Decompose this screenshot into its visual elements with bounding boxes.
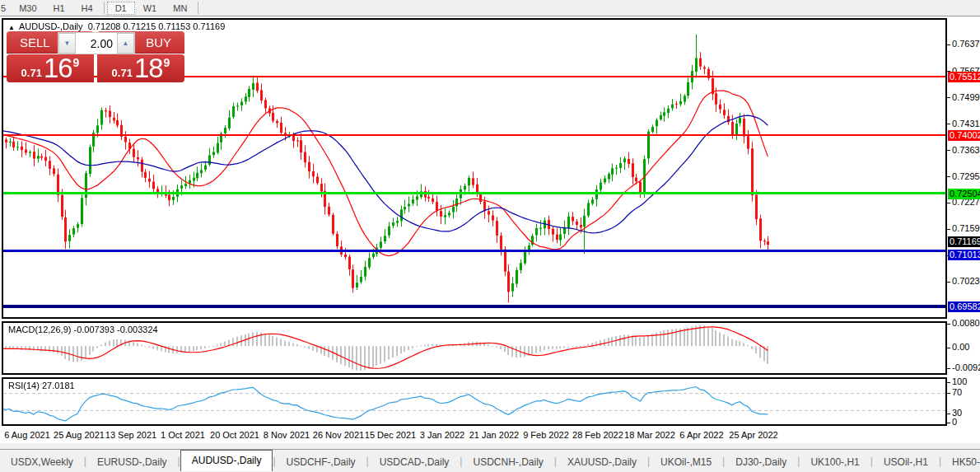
price-badge: 0.75512 bbox=[948, 72, 980, 82]
chevron-down-icon: ▼ bbox=[64, 40, 71, 47]
date-tick-label: 6 Apr 2022 bbox=[679, 430, 723, 440]
chart-tab-hk50h1[interactable]: HK50-,H1 bbox=[941, 453, 980, 471]
tick-dash bbox=[947, 414, 950, 414]
date-tick-label: 25 Aug 2021 bbox=[54, 430, 105, 440]
price-badge: 0.71013 bbox=[948, 250, 980, 260]
date-tick-label: 20 Oct 2021 bbox=[210, 430, 259, 440]
date-tick-label: 13 Sep 2021 bbox=[105, 430, 156, 440]
chevron-up-icon: ▲ bbox=[123, 40, 129, 47]
macd-axis-label: 0.008061 bbox=[947, 318, 980, 328]
chart-tab-xauusddaily[interactable]: XAUUSD-,Daily bbox=[557, 453, 647, 471]
chart-tab-ukoilm15[interactable]: UKOil-,M15 bbox=[650, 453, 722, 471]
buy-button-label: BUY bbox=[146, 35, 171, 49]
date-tick-label: 25 Apr 2022 bbox=[729, 430, 777, 440]
price-tick-label: 0.70230 bbox=[947, 276, 980, 286]
sell-price-base: 0.71 bbox=[21, 67, 42, 79]
timeframe-button-h1[interactable]: H1 bbox=[45, 2, 73, 15]
trading-platform-window: 5M30H1H4D1W1MN ▲AUDUSD-,Daily 0.71208 0.… bbox=[0, 0, 980, 472]
date-tick-label: 18 Mar 2022 bbox=[624, 430, 675, 440]
chart-ohlc-values: 0.71208 0.71215 0.71153 0.71169 bbox=[88, 21, 226, 31]
macd-label: MACD(12,26,9) -0.007393 -0.003324 bbox=[8, 325, 158, 334]
rsi-pane: RSI(14) 27.0181 bbox=[2, 377, 947, 426]
timeframe-button-5[interactable]: 5 bbox=[0, 2, 11, 15]
macd-axis-label: -0.009288 bbox=[947, 362, 980, 372]
tick-dash bbox=[947, 282, 950, 283]
buy-price-display[interactable]: 0.71 18 9 bbox=[97, 54, 184, 82]
price-tick-label: 0.76370 bbox=[947, 39, 980, 49]
price-badge: 0.72504 bbox=[948, 189, 980, 199]
support-resistance-line[interactable] bbox=[3, 250, 945, 252]
price-tick-label: 0.72950 bbox=[947, 171, 980, 181]
date-tick-label: 9 Feb 2022 bbox=[523, 430, 569, 440]
tick-dash bbox=[947, 44, 950, 45]
chart-title: ▲AUDUSD-,Daily 0.71208 0.71215 0.71153 0… bbox=[8, 21, 225, 31]
price-badge: 0.71169 bbox=[948, 236, 980, 247]
chart-tab-audusddaily[interactable]: AUDUSD-,Daily bbox=[180, 450, 273, 471]
tick-dash bbox=[947, 348, 950, 348]
support-resistance-line[interactable] bbox=[3, 134, 945, 136]
tick-dash bbox=[947, 423, 950, 423]
tick-dash bbox=[947, 150, 950, 151]
rsi-axis-label: 100 bbox=[947, 376, 980, 386]
buy-price-base: 0.71 bbox=[112, 67, 133, 79]
price-badge: 0.69582 bbox=[948, 301, 980, 312]
date-tick-label: 26 Nov 2021 bbox=[313, 430, 364, 440]
rsi-label: RSI(14) 27.0181 bbox=[8, 381, 75, 390]
price-badge: 0.74002 bbox=[948, 130, 980, 141]
tick-dash bbox=[947, 124, 950, 124]
date-tick-label: 1 Oct 2021 bbox=[161, 430, 205, 440]
tick-dash bbox=[947, 203, 950, 203]
collapse-panel-icon[interactable]: ▲ bbox=[8, 24, 15, 31]
volume-increase-button[interactable]: ▲ bbox=[117, 33, 134, 54]
rsi-canvas[interactable] bbox=[3, 379, 945, 424]
chart-tab-usdxweekly[interactable]: USDX,Weekly bbox=[0, 453, 84, 471]
date-tick-label: 6 Aug 2021 bbox=[4, 430, 50, 440]
tick-dash bbox=[947, 393, 950, 394]
rsi-axis-label: 0 bbox=[947, 417, 980, 427]
date-tick-label: 15 Dec 2021 bbox=[365, 430, 416, 440]
date-tick-label: 28 Feb 2022 bbox=[572, 430, 623, 440]
chart-tabbar-area: USDX,Weekly|EURUSD-,Daily|AUDUSD-,Daily|… bbox=[0, 443, 980, 472]
price-tick-label: 0.73630 bbox=[947, 145, 980, 155]
volume-input[interactable]: 2.00 bbox=[76, 33, 117, 54]
chart-tab-dj30daily[interactable]: DJ30-,Daily bbox=[725, 453, 797, 471]
tick-dash bbox=[947, 97, 950, 98]
timeframe-button-mn[interactable]: MN bbox=[165, 2, 195, 15]
price-tick-label: 0.74990 bbox=[947, 92, 980, 102]
date-axis: 6 Aug 202125 Aug 202113 Sep 20211 Oct 20… bbox=[2, 428, 947, 443]
tick-dash bbox=[947, 324, 950, 325]
macd-pane: MACD(12,26,9) -0.007393 -0.003324 bbox=[2, 321, 947, 375]
chart-tab-usdchfdaily[interactable]: USDCHF-,Daily bbox=[276, 453, 366, 471]
sell-price-display[interactable]: 0.71 16 9 bbox=[7, 54, 94, 82]
chart-tab-uk100h1[interactable]: UK100-,H1 bbox=[800, 453, 870, 471]
timeframe-button-w1[interactable]: W1 bbox=[135, 2, 166, 15]
sell-price-pipette: 9 bbox=[73, 56, 80, 69]
rsi-axis-label: 70 bbox=[947, 387, 980, 397]
one-click-trade-panel: SELL 0.71 16 9 BUY 0.71 18 9 ▼ 2.00 ▲ bbox=[7, 31, 184, 82]
buy-price-pips: 18 bbox=[134, 53, 163, 84]
chart-tab-usoilh1[interactable]: USOil-,H1 bbox=[873, 453, 939, 471]
chart-tab-usdcnhdaily[interactable]: USDCNH-,Daily bbox=[462, 453, 553, 471]
toolbar-separator bbox=[198, 2, 198, 14]
support-resistance-line[interactable] bbox=[3, 305, 945, 308]
date-tick-label: 3 Jan 2022 bbox=[420, 430, 464, 440]
chart-tabbar: USDX,Weekly|EURUSD-,Daily|AUDUSD-,Daily|… bbox=[0, 449, 980, 471]
timeframe-toolbar: 5M30H1H4D1W1MN bbox=[0, 0, 980, 16]
price-axis: 0.763700.756700.749900.743100.736300.729… bbox=[947, 18, 980, 427]
price-tick-label: 0.74310 bbox=[947, 119, 980, 129]
date-tick-label: 8 Nov 2021 bbox=[264, 430, 310, 440]
date-tick-label: 21 Jan 2022 bbox=[469, 430, 520, 440]
timeframe-button-d1[interactable]: D1 bbox=[107, 2, 135, 15]
sell-button-label: SELL bbox=[20, 35, 50, 49]
tick-dash bbox=[947, 176, 950, 177]
sell-price-pips: 16 bbox=[44, 53, 72, 84]
support-resistance-line[interactable] bbox=[3, 192, 945, 194]
timeframe-button-h4[interactable]: H4 bbox=[73, 2, 101, 15]
volume-decrease-button[interactable]: ▼ bbox=[58, 33, 76, 54]
chart-tab-eurusddaily[interactable]: EURUSD-,Daily bbox=[86, 453, 178, 471]
timeframe-button-m30[interactable]: M30 bbox=[11, 2, 44, 15]
volume-spinner: ▼ 2.00 ▲ bbox=[58, 32, 135, 54]
price-tick-label: 0.71590 bbox=[947, 223, 980, 233]
tick-dash bbox=[947, 382, 950, 383]
chart-tab-usdcaddaily[interactable]: USDCAD-,Daily bbox=[369, 453, 460, 471]
